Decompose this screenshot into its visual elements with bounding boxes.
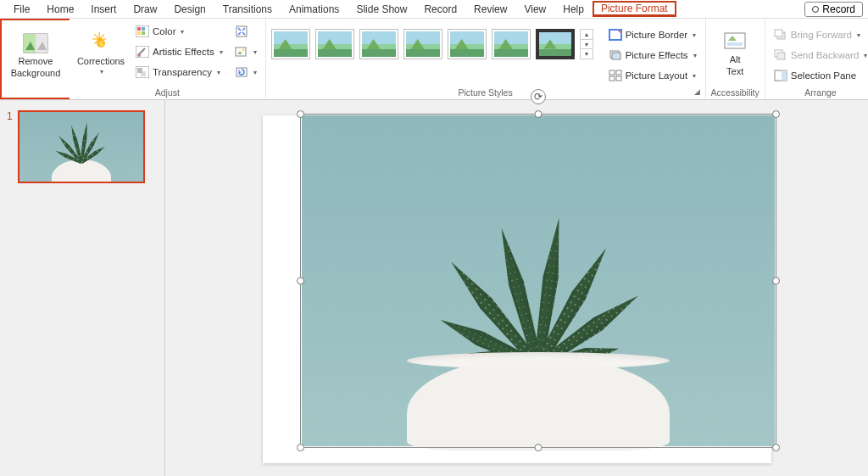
picture-style-5[interactable] xyxy=(448,29,487,59)
svg-rect-31 xyxy=(782,70,787,81)
picture-style-6[interactable] xyxy=(492,29,531,59)
slide-number: 1 xyxy=(7,110,13,122)
resize-handle-tr[interactable] xyxy=(772,110,780,118)
resize-handle-b[interactable] xyxy=(534,444,542,451)
svg-rect-20 xyxy=(609,70,615,75)
resize-handle-l[interactable] xyxy=(297,277,304,285)
resize-handle-tl[interactable] xyxy=(297,110,304,118)
change-picture-icon xyxy=(235,45,248,59)
menu-picture-format[interactable]: Picture Format xyxy=(593,1,676,17)
workspace: 1 xyxy=(0,100,868,476)
menu-draw[interactable]: Draw xyxy=(125,2,165,17)
artistic-effects-button[interactable]: Artistic Effects▾ xyxy=(132,42,226,61)
border-icon xyxy=(609,28,622,42)
arrange-label: Arrange xyxy=(804,87,836,99)
picture-effects-label: Picture Effects xyxy=(626,50,688,60)
transparency-icon xyxy=(136,65,149,79)
color-button[interactable]: Color▾ xyxy=(132,22,226,41)
picture-styles-dialog-launcher[interactable]: ◢ xyxy=(692,86,704,98)
svg-rect-6 xyxy=(137,31,141,35)
svg-rect-4 xyxy=(137,27,141,31)
brush-icon xyxy=(136,45,149,59)
rotate-handle[interactable]: ⟳ xyxy=(531,89,546,104)
selection-pane-button[interactable]: Selection Pane xyxy=(771,66,868,85)
svg-rect-27 xyxy=(775,30,782,36)
picture-styles-more: ▴ ▾ ▾ xyxy=(580,29,593,59)
resize-handle-t[interactable] xyxy=(534,110,542,118)
corrections-button[interactable]: Corrections ▾ xyxy=(75,22,127,85)
bring-forward-button[interactable]: Bring Forward▾ xyxy=(771,25,868,44)
slide-canvas[interactable]: ⟳ xyxy=(165,100,868,476)
svg-rect-12 xyxy=(141,71,146,76)
adjust-group: Corrections ▾ Color▾ Artistic Effects▾ T… xyxy=(70,19,266,99)
svg-point-9 xyxy=(137,53,141,57)
resize-handle-bl[interactable] xyxy=(297,444,304,451)
svg-rect-23 xyxy=(616,76,621,81)
picture-style-7[interactable] xyxy=(536,29,575,59)
remove-bg-line1: Remove xyxy=(19,56,53,66)
effects-icon xyxy=(609,48,622,62)
menu-help[interactable]: Help xyxy=(554,2,593,17)
menu-design[interactable]: Design xyxy=(165,2,214,17)
picture-layout-button[interactable]: Picture Layout▾ xyxy=(605,66,700,85)
reset-picture-button[interactable]: ▾ xyxy=(231,63,260,81)
compress-pictures-button[interactable] xyxy=(231,22,260,41)
svg-rect-14 xyxy=(236,48,246,56)
resize-handle-r[interactable] xyxy=(772,277,780,285)
picture-style-1[interactable] xyxy=(271,29,310,59)
sun-icon xyxy=(88,32,114,54)
picture-style-4[interactable] xyxy=(403,29,442,59)
svg-rect-19 xyxy=(612,53,620,59)
accessibility-label: Accessibility xyxy=(711,87,760,99)
svg-rect-5 xyxy=(142,27,145,31)
picture-border-button[interactable]: Picture Border▾ xyxy=(605,25,700,44)
color-label: Color xyxy=(153,26,175,36)
change-picture-button[interactable]: ▾ xyxy=(231,42,260,61)
alt-text-icon xyxy=(722,31,748,53)
menu-review[interactable]: Review xyxy=(465,2,515,17)
remove-background-button[interactable]: Remove Background xyxy=(7,24,64,87)
menu-transitions[interactable]: Transitions xyxy=(214,2,281,17)
gallery-down-button[interactable]: ▾ xyxy=(581,40,593,50)
svg-point-15 xyxy=(242,49,244,52)
menu-record[interactable]: Record xyxy=(415,2,465,17)
transparency-label: Transparency xyxy=(153,67,212,77)
gallery-up-button[interactable]: ▴ xyxy=(581,30,593,40)
send-backward-icon xyxy=(774,48,787,62)
selection-pane-icon xyxy=(774,69,787,82)
alt-text-button[interactable]: Alt Text xyxy=(715,22,755,85)
svg-rect-21 xyxy=(616,70,621,75)
corrections-label: Corrections xyxy=(77,56,125,66)
menu-animations[interactable]: Animations xyxy=(281,2,348,17)
svg-rect-29 xyxy=(777,53,785,59)
menu-file[interactable]: File xyxy=(5,2,38,17)
slide-1-thumbnail[interactable] xyxy=(18,110,145,183)
gallery-expand-button[interactable]: ▾ xyxy=(581,49,593,59)
menu-home[interactable]: Home xyxy=(38,2,82,17)
send-backward-button[interactable]: Send Backward▾ xyxy=(771,46,868,64)
send-backward-label: Send Backward xyxy=(791,50,860,60)
resize-handle-br[interactable] xyxy=(772,444,780,451)
record-button-label: Record xyxy=(822,3,855,15)
picture-effects-button[interactable]: Picture Effects▾ xyxy=(605,46,700,64)
picture-style-2[interactable] xyxy=(315,29,354,59)
reset-icon xyxy=(235,65,248,79)
menu-insert[interactable]: Insert xyxy=(82,2,125,17)
color-icon xyxy=(136,25,149,38)
slide-thumbnail-panel: 1 xyxy=(0,100,165,476)
arrange-group: Bring Forward▾ Send Backward▾ Selection … xyxy=(765,19,868,99)
svg-rect-13 xyxy=(236,26,247,36)
menu-slideshow[interactable]: Slide Show xyxy=(348,2,415,17)
selection-frame: ⟳ xyxy=(300,114,776,448)
picture-style-3[interactable] xyxy=(359,29,398,59)
menu-view[interactable]: View xyxy=(515,2,554,17)
record-button[interactable]: Record xyxy=(804,2,863,17)
picture-styles-label: Picture Styles xyxy=(459,87,513,99)
transparency-button[interactable]: Transparency▾ xyxy=(132,63,226,81)
svg-rect-22 xyxy=(609,76,615,81)
chevron-down-icon: ▾ xyxy=(100,68,103,76)
bring-forward-label: Bring Forward xyxy=(791,30,852,40)
svg-rect-7 xyxy=(142,31,145,35)
slide-thumbnail-item[interactable]: 1 xyxy=(7,110,158,183)
alt-text-line1: Alt xyxy=(730,54,741,64)
